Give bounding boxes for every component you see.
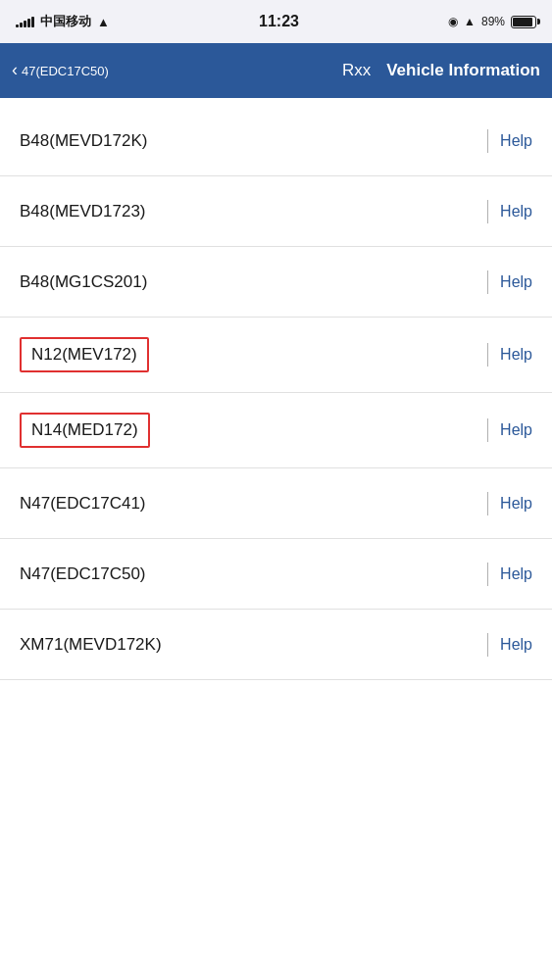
- list-item-right: Help: [487, 343, 532, 367]
- help-button-7[interactable]: Help: [500, 565, 532, 583]
- list-item-right: Help: [487, 418, 532, 442]
- nav-back-label: 47(EDC17C50): [22, 64, 109, 78]
- item-label-7: N47(EDC17C50): [20, 564, 146, 584]
- list-item[interactable]: B48(MG1CS201)Help: [0, 247, 552, 318]
- carrier-label: 中国移动: [40, 13, 91, 30]
- vertical-divider: [487, 200, 488, 223]
- list-item-left: B48(MG1CS201): [20, 272, 147, 292]
- list-item-left: N12(MEV172): [20, 337, 149, 372]
- status-right: ◉ ▲ 89%: [448, 15, 536, 28]
- help-button-4[interactable]: Help: [500, 346, 532, 364]
- list-item[interactable]: N12(MEV172)Help: [0, 318, 552, 393]
- help-button-2[interactable]: Help: [500, 203, 532, 220]
- list-item[interactable]: B48(MEVD1723)Help: [0, 176, 552, 247]
- status-bar: 中国移动 ▲ 11:23 ◉ ▲ 89%: [0, 0, 552, 43]
- list-item-left: N47(EDC17C41): [20, 494, 146, 514]
- item-label-5: N14(MED172): [20, 413, 150, 448]
- vertical-divider: [487, 492, 488, 515]
- list-item[interactable]: N47(EDC17C50)Help: [0, 539, 552, 610]
- battery-percent: 89%: [481, 15, 505, 28]
- list-item-left: XM71(MEVD172K): [20, 635, 162, 655]
- list-item-right: Help: [487, 270, 532, 294]
- back-arrow-icon: ‹: [12, 61, 18, 78]
- nav-vehicle-info-label: Vehicle Information: [386, 61, 540, 80]
- help-button-6[interactable]: Help: [500, 495, 532, 513]
- nav-title-section: Rxx Vehicle Information: [342, 61, 540, 80]
- location-icon: ◉: [448, 15, 458, 28]
- status-left: 中国移动 ▲: [16, 13, 110, 30]
- list-item-right: Help: [487, 492, 532, 515]
- nav-rxx-label: Rxx: [342, 61, 371, 80]
- list-item[interactable]: N14(MED172)Help: [0, 393, 552, 468]
- vertical-divider: [487, 563, 488, 586]
- vertical-divider: [487, 418, 488, 442]
- nav-bar: ‹ 47(EDC17C50) Rxx Vehicle Information: [0, 43, 552, 98]
- status-time: 11:23: [259, 13, 299, 30]
- item-label-2: B48(MEVD1723): [20, 202, 146, 221]
- item-label-6: N47(EDC17C41): [20, 494, 146, 514]
- list-item-left: B48(MEVD1723): [20, 202, 146, 221]
- list-container: B48(MEVD172K)HelpB48(MEVD1723)HelpB48(MG…: [0, 98, 552, 680]
- item-label-3: B48(MG1CS201): [20, 272, 147, 292]
- list-item-right: Help: [487, 563, 532, 586]
- list-item-right: Help: [487, 200, 532, 223]
- help-button-3[interactable]: Help: [500, 273, 532, 291]
- list-item[interactable]: N47(EDC17C41)Help: [0, 468, 552, 539]
- list-item-left: B48(MEVD172K): [20, 131, 147, 151]
- list-item-right: Help: [487, 129, 532, 153]
- vertical-divider: [487, 270, 488, 294]
- vertical-divider: [487, 129, 488, 153]
- list-item[interactable]: B48(MEVD172K)Help: [0, 106, 552, 176]
- vertical-divider: [487, 633, 488, 657]
- help-button-8[interactable]: Help: [500, 636, 532, 654]
- list-item-right: Help: [487, 633, 532, 657]
- item-label-4: N12(MEV172): [20, 337, 149, 372]
- item-label-8: XM71(MEVD172K): [20, 635, 162, 655]
- list-item[interactable]: XM71(MEVD172K)Help: [0, 610, 552, 680]
- nav-back-button[interactable]: ‹ 47(EDC17C50): [12, 63, 109, 78]
- list-item-left: N47(EDC17C50): [20, 564, 146, 584]
- vertical-divider: [487, 343, 488, 367]
- wifi-icon: ▲: [97, 15, 110, 29]
- arrow-icon: ▲: [464, 15, 476, 28]
- list-item-left: N14(MED172): [20, 413, 150, 448]
- item-label-1: B48(MEVD172K): [20, 131, 147, 151]
- help-button-1[interactable]: Help: [500, 132, 532, 150]
- help-button-5[interactable]: Help: [500, 421, 532, 439]
- signal-icon: [16, 16, 34, 27]
- battery-icon: [511, 16, 536, 28]
